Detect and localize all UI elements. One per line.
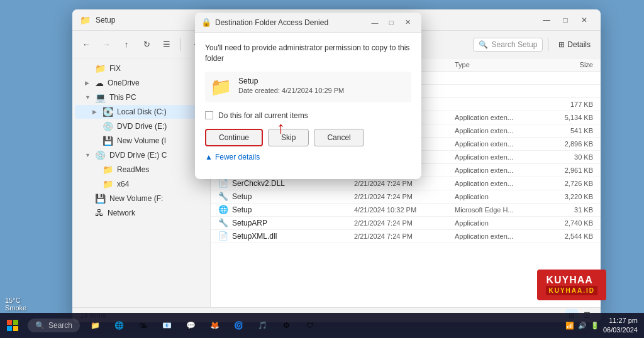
file-size: 2,961 KB [543, 166, 593, 174]
sidebar-item-dvddrivec[interactable]: ▼ 💿 DVD Drive (E:) C [75, 148, 208, 162]
file-size: 3,220 KB [543, 193, 593, 200]
fewer-details-button[interactable]: ▲ Fewer details [205, 153, 411, 161]
table-row[interactable]: 📄 SetupXML.dll 2/21/2024 7:24 PM Applica… [211, 230, 601, 243]
up-button[interactable]: ↑ [118, 36, 135, 53]
file-date: 2/21/2024 7:24 PM [354, 232, 455, 240]
continue-button[interactable]: Continue [205, 129, 263, 146]
sidebar-item-onedrive[interactable]: ▶ ☁ OneDrive [75, 76, 208, 90]
taskbar-firefox[interactable]: 🦊 [203, 314, 226, 337]
col-type-header[interactable]: Type [455, 61, 543, 68]
sidebar-item-x64[interactable]: 📁 x64 [75, 177, 208, 191]
window-controls: — □ ✕ [538, 11, 593, 29]
sidebar-item-thispc[interactable]: ▼ 💻 This PC [75, 90, 208, 104]
dialog-close-button[interactable]: ✕ [400, 15, 415, 30]
sidebar-item-label: New Volume (F: [109, 194, 163, 203]
do-for-all-checkbox[interactable] [205, 111, 213, 119]
file-type: Application [455, 219, 543, 227]
dialog-file-date: Date created: 4/21/2024 10:29 PM [238, 85, 344, 96]
taskbar-settings[interactable]: ⚙ [275, 314, 297, 337]
dvd-icon: 💿 [103, 121, 113, 131]
file-date: 2/21/2024 7:24 PM [354, 193, 455, 200]
file-date: 4/21/2024 10:32 PM [354, 206, 455, 214]
skip-button[interactable]: Skip [268, 129, 309, 146]
taskbar-antivirus[interactable]: 🛡 [299, 314, 321, 337]
file-size: 2,726 KB [543, 180, 593, 187]
sidebar-item-fix[interactable]: 📁 FiX [75, 62, 208, 75]
cloud-icon: ☁ [95, 78, 104, 88]
folder-icon: 📁 [95, 63, 106, 74]
file-name: SerChckv2.DLL [232, 179, 354, 188]
explorer-title-icon: 📁 [80, 15, 91, 25]
dialog-file-info: 📁 Setup Date created: 4/21/2024 10:29 PM [205, 72, 411, 102]
details-label: Details [567, 40, 591, 49]
taskbar-search[interactable]: 🔍 Search [28, 319, 80, 332]
dialog-minimize-button[interactable]: — [367, 15, 382, 30]
file-size: 177 KB [543, 101, 593, 108]
file-size: 30 KB [543, 153, 593, 161]
search-placeholder: Search Setup [492, 40, 538, 49]
file-size: 2,896 KB [543, 140, 593, 148]
sidebar-item-localdisk[interactable]: ▶ 💽 Local Disk (C:) [75, 105, 208, 119]
table-row[interactable]: 🔧 SetupARP 2/21/2024 7:24 PM Application… [211, 217, 601, 230]
minimize-button[interactable]: — [538, 11, 555, 29]
taskbar-store[interactable]: 🛍 [131, 314, 154, 337]
back-button[interactable]: ← [77, 36, 95, 53]
dvd-icon: 💿 [95, 150, 106, 160]
taskbar-file-explorer[interactable]: 📁 [84, 314, 106, 337]
address-dropdown[interactable]: ☰ [158, 36, 175, 53]
sidebar-item-network[interactable]: 🖧 Network [75, 206, 208, 220]
wifi-icon: 📶 [565, 322, 574, 330]
taskbar-date-value: 06/03/2024 [603, 325, 638, 335]
taskbar-browser[interactable]: 🌐 [108, 314, 130, 337]
file-icon: 📄 [218, 231, 228, 241]
folder-icon: 📁 [103, 179, 113, 189]
file-size: 2,740 KB [543, 219, 593, 227]
start-button[interactable] [0, 313, 25, 338]
file-type: Application exten... [455, 180, 543, 187]
cancel-button[interactable]: Cancel [314, 129, 364, 146]
sidebar-item-dvddrive[interactable]: 💿 DVD Drive (E:) [75, 119, 208, 133]
file-icon: 🌐 [218, 205, 228, 215]
dialog-window-controls: — □ ✕ [367, 15, 415, 30]
volume-icon: 💾 [95, 194, 106, 204]
taskbar-spotify[interactable]: 🎵 [251, 314, 274, 337]
sidebar-item-readmes[interactable]: 📁 ReadMes [75, 163, 208, 177]
search-icon: 🔍 [35, 321, 45, 330]
svg-rect-3 [13, 326, 18, 331]
maximize-button[interactable]: □ [557, 11, 574, 29]
search-box[interactable]: 🔍 Search Setup [473, 38, 543, 52]
details-button[interactable]: ⊞ Details [553, 38, 596, 52]
sidebar-item-newvolume[interactable]: 💾 New Volume (I [75, 134, 208, 148]
sidebar-item-label: Network [108, 209, 135, 217]
file-icon: 🔧 [218, 192, 228, 202]
taskbar-mail[interactable]: 📧 [155, 314, 178, 337]
file-name: SetupXML.dll [232, 232, 354, 241]
taskbar-teams[interactable]: 💬 [179, 314, 202, 337]
dialog-message: You'll need to provide administrator per… [205, 43, 411, 64]
svg-rect-0 [7, 320, 12, 325]
taskbar-clock[interactable]: 11:27 pm 06/03/2024 [603, 316, 638, 335]
col-size-header[interactable]: Size [543, 61, 593, 68]
sidebar-item-label: DVD Drive (E:) [117, 122, 167, 131]
file-icon: 🔧 [218, 218, 228, 228]
taskbar-time-value: 11:27 pm [603, 316, 638, 325]
weather-temp: 15°C [5, 297, 26, 304]
sidebar-item-newvolumef[interactable]: 💾 New Volume (F: [75, 192, 208, 205]
taskbar-chrome[interactable]: 🌀 [227, 314, 250, 337]
folder-icon: 📁 [103, 165, 113, 175]
dialog-buttons: Continue Skip Cancel [205, 129, 411, 146]
file-type: Application exten... [455, 166, 543, 174]
refresh-button[interactable]: ↻ [138, 36, 155, 53]
dialog-maximize-button[interactable]: □ [384, 15, 399, 30]
sidebar-item-label: x64 [117, 180, 129, 188]
warning-icon: 🔒 [201, 18, 211, 27]
table-row[interactable]: 📄 SerChckv2.DLL 2/21/2024 7:24 PM Applic… [211, 177, 601, 190]
file-type: Application [455, 193, 543, 200]
volume-icon: 💾 [103, 136, 113, 146]
battery-icon: 🔋 [591, 322, 599, 330]
table-row[interactable]: 🔧 Setup 2/21/2024 7:24 PM Application 3,… [211, 190, 601, 204]
taskbar: 🔍 Search 📁 🌐 🛍 📧 💬 🦊 🌀 🎵 ⚙ 🛡 📶 🔊 🔋 11:27… [0, 313, 644, 338]
close-button[interactable]: ✕ [575, 11, 593, 29]
table-row[interactable]: 🌐 Setup 4/21/2024 10:32 PM Microsoft Edg… [211, 204, 601, 217]
forward-button[interactable]: → [97, 36, 115, 53]
